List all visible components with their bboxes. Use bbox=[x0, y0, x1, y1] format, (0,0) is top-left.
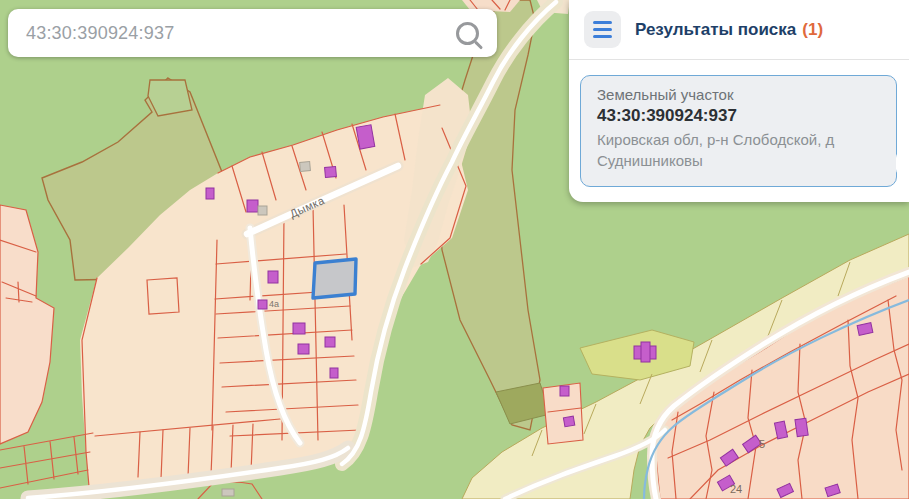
selected-parcel[interactable] bbox=[313, 259, 356, 298]
result-card[interactable]: Земельный участок 43:30:390924:937 Киров… bbox=[580, 75, 897, 187]
result-address-line2: Суднишниковы bbox=[597, 150, 880, 171]
result-address-line1: Кировская обл, р-н Слободской, д bbox=[597, 129, 880, 150]
menu-button[interactable] bbox=[584, 11, 621, 48]
corner-lot bbox=[148, 80, 192, 116]
result-object-type: Земельный участок bbox=[597, 86, 880, 103]
results-title: Результаты поиска bbox=[635, 20, 796, 40]
house-label-24: 24 bbox=[730, 483, 742, 495]
results-panel-header: Результаты поиска (1) bbox=[569, 0, 909, 60]
results-panel: Результаты поиска (1) Земельный участок … bbox=[569, 0, 909, 202]
search-input[interactable]: 43:30:390924:937 bbox=[8, 9, 497, 57]
cadastral-map-app: Дымка 4а 5 24 43:30:390924:937 Результат… bbox=[0, 0, 909, 499]
house-label-4a: 4а bbox=[269, 299, 279, 309]
search-icon[interactable] bbox=[456, 22, 479, 45]
result-cadastral-number: 43:30:390924:937 bbox=[597, 106, 880, 126]
search-value: 43:30:390924:937 bbox=[26, 23, 174, 44]
results-count: (1) bbox=[802, 20, 823, 40]
menu-icon bbox=[593, 21, 612, 25]
panel-scroll-nub[interactable] bbox=[896, 150, 909, 177]
house-label-5: 5 bbox=[759, 438, 765, 450]
